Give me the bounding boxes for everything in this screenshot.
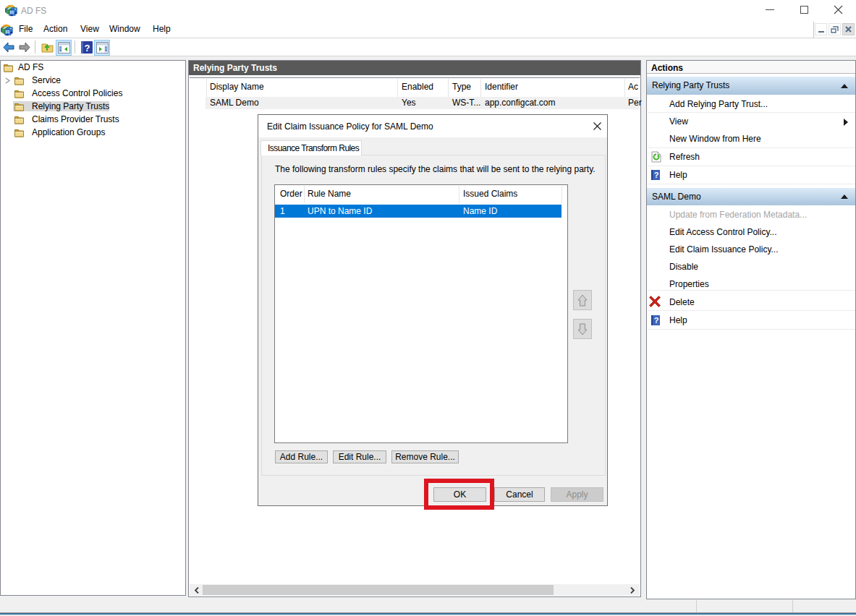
svg-text:?: ?: [654, 171, 659, 179]
svg-text:?: ?: [654, 316, 659, 325]
svg-text:?: ?: [85, 43, 90, 54]
